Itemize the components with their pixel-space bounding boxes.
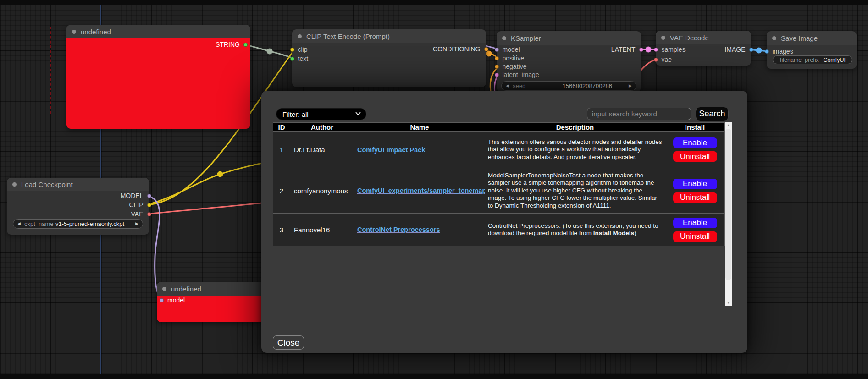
enable-button[interactable]: Enable xyxy=(672,217,718,229)
node-title: undefined xyxy=(171,285,201,293)
output-latent[interactable]: LATENT xyxy=(611,45,643,54)
port-label: model xyxy=(167,297,185,304)
ckpt-name-widget[interactable]: ◀ ckpt_name v1-5-pruned-emaonly.ckpt ▶ xyxy=(13,219,143,229)
scrollbar-thumb[interactable] xyxy=(725,129,731,280)
extension-link[interactable]: ComfyUI_experiments/sampler_tonemap xyxy=(357,187,485,194)
output-vae[interactable]: VAE xyxy=(131,209,151,219)
input-samples[interactable]: samples xyxy=(654,45,686,54)
enable-button[interactable]: Enable xyxy=(672,137,718,149)
port-dot-model-in[interactable] xyxy=(160,298,164,302)
reroute-dot-string[interactable] xyxy=(267,49,273,55)
port-dot-negative[interactable] xyxy=(495,65,499,69)
description-text: ) xyxy=(634,230,636,236)
node-title: CLIP Text Encode (Prompt) xyxy=(306,33,390,40)
close-button[interactable]: Close xyxy=(273,335,304,350)
port-dot-conditioning[interactable] xyxy=(484,47,488,51)
cell-author: Dr.Lt.Data xyxy=(290,132,354,168)
widget-value: ComfyUI xyxy=(823,57,846,63)
input-negative[interactable]: negative xyxy=(495,62,527,71)
search-button[interactable]: Search xyxy=(696,107,729,121)
output-image[interactable]: IMAGE xyxy=(724,45,753,54)
window-bottom-bar xyxy=(0,374,868,379)
uninstall-button[interactable]: Uninstall xyxy=(672,150,718,163)
decrement-arrow-icon[interactable]: ◀ xyxy=(506,84,509,88)
uninstall-button[interactable]: Uninstall xyxy=(672,192,718,204)
port-label: model xyxy=(503,46,520,53)
vertical-scrollbar[interactable]: ▲ ▼ xyxy=(725,122,732,306)
decrement-arrow-icon[interactable]: ◀ xyxy=(17,222,21,226)
comfyui-canvas[interactable]: undefined STRING CLIP Text Encode (Promp… xyxy=(0,0,868,379)
scroll-down-icon[interactable]: ▼ xyxy=(725,300,732,306)
input-model[interactable]: model xyxy=(495,45,520,54)
port-dot-latent[interactable] xyxy=(639,48,643,52)
port-dot-images[interactable] xyxy=(765,49,769,54)
port-label: CONDITIONING xyxy=(433,45,480,53)
filter-select[interactable]: Filter: all xyxy=(276,108,366,120)
increment-arrow-icon[interactable]: ▶ xyxy=(135,222,138,226)
seed-widget[interactable]: ◀ seed 156680208700286 ▶ xyxy=(501,81,636,91)
port-dot-clip[interactable] xyxy=(290,48,294,52)
output-model[interactable]: MODEL xyxy=(121,191,151,200)
node-title: Save Image xyxy=(781,34,818,42)
search-input[interactable] xyxy=(587,108,691,120)
port-label: positive xyxy=(503,55,524,62)
cell-description: ControlNet Preprocessors. (To use this e… xyxy=(485,214,665,246)
port-dot-clip-out[interactable] xyxy=(147,203,151,207)
port-dot-samples[interactable] xyxy=(654,48,658,52)
input-model[interactable]: model xyxy=(160,296,185,305)
port-dot-positive[interactable] xyxy=(495,56,499,60)
window-top-bar xyxy=(0,0,868,5)
enable-button[interactable]: Enable xyxy=(672,178,718,190)
widget-value: v1-5-pruned-emaonly.ckpt xyxy=(55,220,124,227)
node-ksampler[interactable]: KSampler model positive negative latent_… xyxy=(497,31,641,92)
col-header-name: Name xyxy=(354,123,485,132)
input-vae[interactable]: vae xyxy=(654,55,672,64)
node-save-image[interactable]: Save Image images filename_prefix ComfyU… xyxy=(767,31,857,69)
port-dot-model[interactable] xyxy=(495,48,499,52)
extension-link[interactable]: ControlNet Preprocessors xyxy=(357,226,440,233)
port-dot-text[interactable] xyxy=(290,57,294,61)
node-load-checkpoint[interactable]: Load Checkpoint MODEL CLIP VAE ◀ ckpt_na… xyxy=(7,178,149,235)
output-string[interactable]: STRING xyxy=(216,40,248,49)
node-status-dot xyxy=(502,36,506,40)
increment-arrow-icon[interactable]: ▶ xyxy=(629,84,632,88)
output-conditioning[interactable]: CONDITIONING xyxy=(433,44,488,54)
scroll-up-icon[interactable]: ▲ xyxy=(725,122,732,129)
input-text[interactable]: text xyxy=(290,54,309,63)
input-images[interactable]: images xyxy=(765,47,793,56)
port-label: text xyxy=(298,55,309,62)
table-header-row: ID Author Name Description Install xyxy=(273,123,725,132)
input-positive[interactable]: positive xyxy=(495,54,524,63)
port-label: images xyxy=(773,48,793,55)
port-label: clip xyxy=(298,46,308,53)
extension-table: ID Author Name Description Install 1 Dr.… xyxy=(273,122,725,246)
output-clip[interactable]: CLIP xyxy=(129,200,151,209)
filename-prefix-widget[interactable]: filename_prefix ComfyUI xyxy=(773,55,852,64)
cell-description: ModelSamplerTonemapNoiseTest a node that… xyxy=(485,168,665,214)
col-header-id: ID xyxy=(273,123,290,132)
node-vae-decode[interactable]: VAE Decode samples vae IMAGE xyxy=(656,31,751,66)
reroute-dot-latent[interactable] xyxy=(646,47,652,53)
reroute-dot-image[interactable] xyxy=(756,48,762,54)
node-clip-text-encode[interactable]: CLIP Text Encode (Prompt) clip text COND… xyxy=(292,29,486,87)
port-dot-latent-image[interactable] xyxy=(495,73,499,77)
port-dot-vae-out[interactable] xyxy=(147,212,151,216)
input-latent-image[interactable]: latent_image xyxy=(495,70,539,79)
cell-author: comfyanonymous xyxy=(290,168,354,214)
node-title: KSampler xyxy=(511,34,541,42)
port-dot-model-out[interactable] xyxy=(147,194,151,198)
port-dot-vae[interactable] xyxy=(654,58,658,62)
extension-link[interactable]: ComfyUI Impact Pack xyxy=(357,146,425,154)
input-clip[interactable]: clip xyxy=(290,45,308,54)
uninstall-button[interactable]: Uninstall xyxy=(672,231,718,243)
port-dot-image[interactable] xyxy=(749,48,753,52)
port-label: negative xyxy=(503,63,527,70)
port-dot-string[interactable] xyxy=(243,43,248,47)
cell-description: This extension offers various detector n… xyxy=(485,132,665,168)
reroute-dot-clip[interactable] xyxy=(217,171,223,177)
col-header-install: Install xyxy=(665,123,725,132)
node-status-dot xyxy=(72,30,76,34)
node-undefined-top[interactable]: undefined STRING xyxy=(66,25,250,129)
extension-table-wrap: ID Author Name Description Install 1 Dr.… xyxy=(273,122,732,306)
node-status-dot xyxy=(661,36,665,40)
